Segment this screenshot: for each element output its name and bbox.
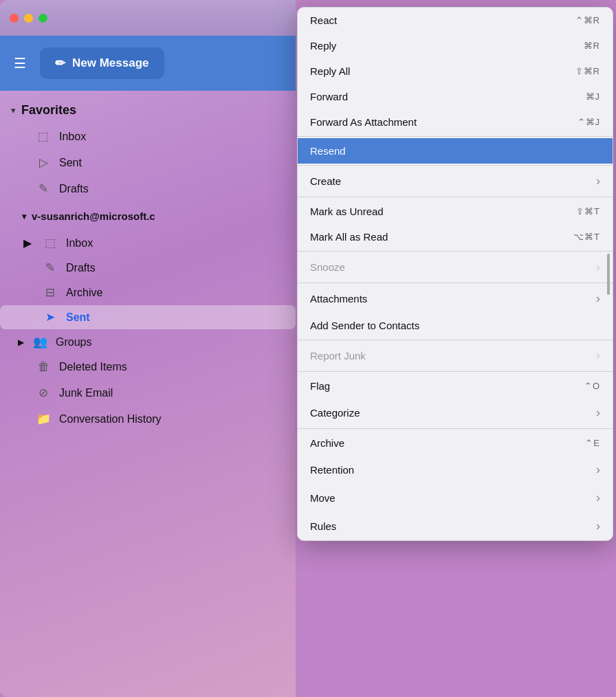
menu-item-resend[interactable]: Resend bbox=[298, 138, 613, 164]
junk-label: Junk Email bbox=[59, 387, 113, 399]
groups-icon: 👥 bbox=[32, 335, 47, 349]
shortcut-forward: ⌘J bbox=[586, 91, 601, 102]
chevron-right-icon-snooze: › bbox=[596, 260, 600, 274]
separator-sep6 bbox=[298, 340, 613, 340]
separator-sep4 bbox=[298, 251, 613, 252]
menu-item-forward[interactable]: Forward⌘J bbox=[298, 84, 613, 109]
close-button[interactable] bbox=[10, 14, 19, 23]
chevron-right-icon-categorize: › bbox=[596, 406, 600, 420]
menu-item-label-flag: Flag bbox=[310, 380, 330, 392]
chevron-right-icon-move: › bbox=[596, 491, 600, 505]
shortcut-mark-all-read: ⌥⌘T bbox=[573, 232, 600, 242]
sidebar-item-account-inbox[interactable]: ▶ ⬚ Inbox bbox=[0, 231, 296, 255]
menu-item-attachments[interactable]: Attachments› bbox=[298, 285, 613, 313]
menu-item-mark-unread[interactable]: Mark as Unread⇧⌘T bbox=[298, 199, 613, 224]
favorites-items: ⬚ Inbox ▷ Sent ✎ Drafts bbox=[0, 124, 296, 201]
menu-item-label-reply-all: Reply All bbox=[310, 65, 350, 77]
menu-item-retention[interactable]: Retention› bbox=[298, 456, 613, 484]
menu-item-forward-attachment[interactable]: Forward As Attachment⌃⌘J bbox=[298, 109, 613, 135]
sidebar-item-groups[interactable]: ▶ 👥 Groups bbox=[0, 330, 296, 354]
account-section-header: ▾ v-susanrich@microsoft.c bbox=[0, 202, 296, 230]
drafts-label: Drafts bbox=[59, 183, 89, 195]
menu-item-label-add-sender: Add Sender to Contacts bbox=[310, 320, 419, 331]
sent-icon: ▷ bbox=[36, 155, 51, 170]
chevron-right-icon-rules: › bbox=[596, 519, 600, 533]
menu-item-add-sender[interactable]: Add Sender to Contacts bbox=[298, 313, 613, 338]
menu-item-label-reply: Reply bbox=[310, 40, 336, 52]
menu-item-label-mark-all-read: Mark All as Read bbox=[310, 231, 388, 243]
separator-sep7 bbox=[298, 371, 613, 372]
menu-item-move[interactable]: Move› bbox=[298, 484, 613, 512]
account-inbox-label: Inbox bbox=[66, 237, 93, 250]
scrollbar[interactable] bbox=[607, 254, 610, 295]
menu-item-reply-all[interactable]: Reply All⇧⌘R bbox=[298, 58, 613, 84]
chevron-right-icon-attachments: › bbox=[596, 291, 600, 306]
junk-icon: ⊘ bbox=[36, 386, 51, 400]
separator-sep1 bbox=[298, 136, 613, 137]
menu-item-label-rules: Rules bbox=[310, 520, 336, 532]
new-message-label: New Message bbox=[72, 56, 149, 70]
menu-items: React⌃⌘RReply⌘RReply All⇧⌘RForward⌘JForw… bbox=[298, 8, 613, 540]
shortcut-reply-all: ⇧⌘R bbox=[575, 66, 600, 76]
account-archive-icon: ⊟ bbox=[43, 285, 58, 300]
groups-expand-icon: ▶ bbox=[18, 338, 24, 347]
account-archive-label: Archive bbox=[66, 287, 102, 299]
account-inbox-icon: ⬚ bbox=[43, 236, 58, 250]
app-window: ☰ ✏ New Message ▾ Favorites ⬚ Inbox ▷ Se… bbox=[0, 0, 296, 697]
menu-item-flag[interactable]: Flag⌃O bbox=[298, 373, 613, 399]
menu-item-react[interactable]: React⌃⌘R bbox=[298, 8, 613, 33]
menu-item-label-categorize: Categorize bbox=[310, 407, 360, 419]
separator-sep5 bbox=[298, 283, 613, 283]
sent-label: Sent bbox=[59, 157, 82, 169]
sidebar-item-conversation[interactable]: 📁 Conversation History bbox=[6, 406, 290, 432]
shortcut-flag: ⌃O bbox=[584, 381, 600, 391]
sidebar-item-account-archive[interactable]: ⊟ Archive bbox=[0, 280, 296, 305]
shortcut-mark-unread: ⇧⌘T bbox=[576, 206, 600, 217]
menu-item-label-react: React bbox=[310, 14, 337, 26]
menu-item-label-archive2: Archive bbox=[310, 437, 344, 449]
inbox-icon: ⬚ bbox=[36, 129, 51, 144]
menu-item-label-report-junk: Report Junk bbox=[310, 350, 366, 362]
menu-item-label-resend: Resend bbox=[310, 145, 346, 157]
menu-item-mark-all-read[interactable]: Mark All as Read⌥⌘T bbox=[298, 224, 613, 250]
deleted-label: Deleted Items bbox=[59, 361, 127, 373]
shortcut-reply: ⌘R bbox=[584, 41, 600, 51]
expand-arrow-icon: ▶ bbox=[23, 236, 34, 250]
account-label: v-susanrich@microsoft.c bbox=[32, 210, 155, 222]
account-drafts-label: Drafts bbox=[66, 262, 96, 274]
sidebar-item-deleted[interactable]: 🗑 Deleted Items bbox=[6, 355, 290, 379]
separator-sep2 bbox=[298, 165, 613, 166]
separator-sep3 bbox=[298, 197, 613, 197]
groups-label: Groups bbox=[56, 336, 91, 348]
account-items: ▶ ⬚ Inbox ✎ Drafts ⊟ Archive ➤ Sent bbox=[0, 231, 296, 329]
inbox-label: Inbox bbox=[59, 131, 86, 143]
shortcut-react: ⌃⌘R bbox=[575, 15, 600, 25]
maximize-button[interactable] bbox=[38, 14, 47, 23]
account-header[interactable]: ▾ v-susanrich@microsoft.c bbox=[11, 206, 285, 226]
sidebar-item-inbox[interactable]: ⬚ Inbox bbox=[6, 124, 290, 149]
sidebar-item-junk[interactable]: ⊘ Junk Email bbox=[6, 380, 290, 406]
menu-item-label-move: Move bbox=[310, 492, 336, 504]
compose-icon: ✏ bbox=[55, 56, 65, 71]
sidebar-item-account-sent[interactable]: ➤ Sent bbox=[0, 305, 296, 329]
menu-item-label-snooze: Snooze bbox=[310, 261, 345, 273]
menu-item-rules[interactable]: Rules› bbox=[298, 512, 613, 540]
titlebar bbox=[0, 0, 296, 36]
menu-item-label-create: Create bbox=[310, 175, 341, 187]
menu-item-archive2[interactable]: Archive⌃E bbox=[298, 430, 613, 456]
shortcut-archive2: ⌃E bbox=[585, 438, 600, 448]
sidebar-item-sent[interactable]: ▷ Sent bbox=[6, 150, 290, 175]
minimize-button[interactable] bbox=[24, 14, 33, 23]
menu-item-create[interactable]: Create› bbox=[298, 167, 613, 195]
account-drafts-icon: ✎ bbox=[43, 261, 58, 275]
favorites-section[interactable]: ▾ Favorites bbox=[0, 98, 296, 123]
menu-item-categorize[interactable]: Categorize› bbox=[298, 399, 613, 427]
menu-item-reply[interactable]: Reply⌘R bbox=[298, 33, 613, 58]
menu-item-snooze: Snooze› bbox=[298, 253, 613, 281]
sidebar-item-drafts[interactable]: ✎ Drafts bbox=[6, 176, 290, 201]
conversation-icon: 📁 bbox=[36, 412, 51, 426]
new-message-button[interactable]: ✏ New Message bbox=[40, 47, 164, 79]
context-menu: React⌃⌘RReply⌘RReply All⇧⌘RForward⌘JForw… bbox=[297, 7, 613, 541]
sidebar-item-account-drafts[interactable]: ✎ Drafts bbox=[0, 256, 296, 280]
hamburger-button[interactable]: ☰ bbox=[10, 51, 30, 76]
